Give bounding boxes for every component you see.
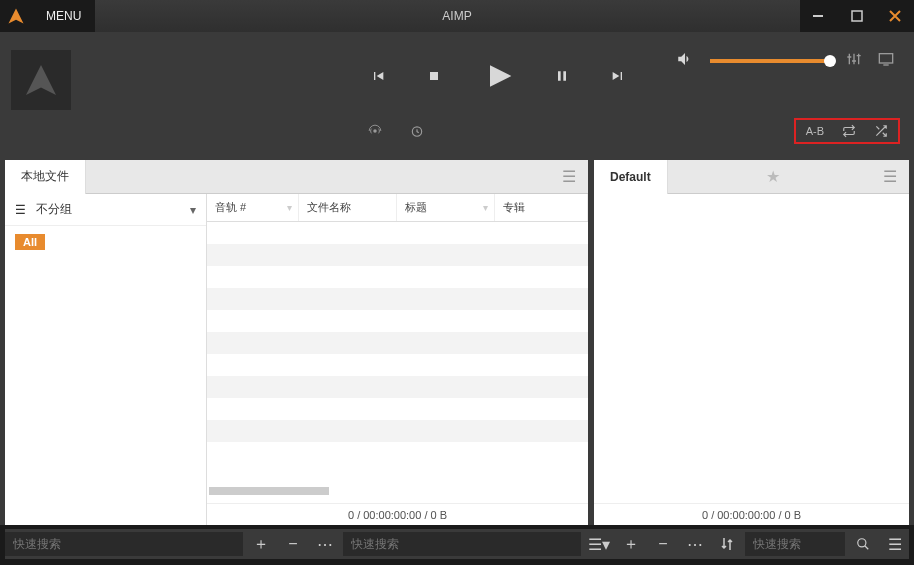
transport-controls: [370, 60, 626, 92]
volume-icon[interactable]: [676, 50, 694, 72]
radio-icon[interactable]: [368, 124, 382, 142]
list-body[interactable]: [207, 222, 588, 503]
search-input-library[interactable]: [5, 532, 243, 556]
menu-button[interactable]: MENU: [32, 0, 95, 32]
all-filter-badge[interactable]: All: [15, 234, 45, 250]
playlist-more-button[interactable]: ⋯: [681, 530, 709, 558]
repeat-button[interactable]: [842, 124, 856, 138]
svg-rect-4: [883, 64, 888, 65]
playlist-add-button[interactable]: ＋: [617, 530, 645, 558]
next-button[interactable]: [610, 68, 626, 84]
sort-button[interactable]: [713, 530, 741, 558]
playlist-tabbar: Default ★ ☰: [594, 160, 909, 194]
track-list: 音轨 #▾ 文件名称 标题▾ 专辑 0 / 00:00:00:00 / 0 B: [207, 194, 588, 525]
svg-point-5: [373, 129, 377, 133]
library-status: 0 / 00:00:00:00 / 0 B: [207, 503, 588, 525]
bottom-toolbar: ＋ − ⋯ ☰▾ ＋ − ⋯ ☰: [5, 529, 909, 559]
volume-slider[interactable]: [710, 59, 830, 63]
tab-local-files[interactable]: 本地文件: [5, 160, 86, 194]
grouping-selector[interactable]: ☰ 不分组 ▾: [5, 194, 206, 226]
app-logo-icon: [0, 0, 32, 32]
window-controls: [800, 0, 914, 32]
favorite-icon[interactable]: ★: [756, 167, 790, 186]
ab-repeat-button[interactable]: A-B: [806, 125, 824, 137]
pause-button[interactable]: [554, 68, 570, 84]
titlebar: MENU AIMP: [0, 0, 914, 32]
shuffle-button[interactable]: [874, 124, 888, 138]
more-button[interactable]: ⋯: [311, 530, 339, 558]
library-tabbar: 本地文件 ☰: [5, 160, 588, 194]
column-title[interactable]: 标题▾: [397, 194, 495, 221]
svg-rect-1: [852, 11, 862, 21]
app-title: AIMP: [442, 9, 471, 23]
close-button[interactable]: [876, 0, 914, 32]
maximize-button[interactable]: [838, 0, 876, 32]
column-album[interactable]: 专辑: [495, 194, 588, 221]
playlist-menu-icon[interactable]: ☰: [879, 167, 909, 186]
playlist-body[interactable]: [594, 194, 909, 503]
grouping-label: 不分组: [36, 201, 72, 218]
timer-icon[interactable]: [410, 124, 424, 142]
play-button[interactable]: [482, 60, 514, 92]
svg-rect-0: [813, 15, 823, 17]
album-art-placeholder: [0, 32, 82, 160]
bottom-menu-icon[interactable]: ☰: [881, 530, 909, 558]
tab-default-playlist[interactable]: Default: [594, 160, 668, 194]
player-area: A-B: [0, 32, 914, 160]
search-input-middle[interactable]: [343, 532, 581, 556]
playback-mode-highlight: A-B: [794, 118, 900, 144]
playlist-remove-button[interactable]: −: [649, 530, 677, 558]
minimize-button[interactable]: [800, 0, 838, 32]
library-sidebar: ☰ 不分组 ▾ All: [5, 194, 207, 525]
library-menu-icon[interactable]: ☰: [550, 167, 588, 186]
visualization-button[interactable]: [878, 51, 894, 71]
chevron-down-icon: ▾: [190, 203, 196, 217]
list-mode-icon[interactable]: ☰▾: [585, 530, 613, 558]
remove-button[interactable]: −: [279, 530, 307, 558]
library-panel: 本地文件 ☰ ☰ 不分组 ▾ All 音轨 #▾ 文件名称 标题▾ 专辑: [5, 160, 588, 525]
previous-button[interactable]: [370, 68, 386, 84]
column-filename[interactable]: 文件名称: [299, 194, 397, 221]
list-icon: ☰: [15, 203, 26, 217]
svg-rect-2: [430, 72, 438, 80]
list-header: 音轨 #▾ 文件名称 标题▾ 专辑: [207, 194, 588, 222]
svg-point-7: [858, 539, 866, 547]
filter-icon[interactable]: ▾: [483, 202, 488, 213]
horizontal-scrollbar[interactable]: [209, 487, 329, 495]
stop-button[interactable]: [426, 68, 442, 84]
filter-icon[interactable]: ▾: [287, 202, 292, 213]
column-track[interactable]: 音轨 #▾: [207, 194, 299, 221]
equalizer-button[interactable]: [846, 51, 862, 71]
search-input-playlist[interactable]: [745, 532, 845, 556]
playlist-panel: Default ★ ☰ 0 / 00:00:00:00 / 0 B: [594, 160, 909, 525]
main-panels: 本地文件 ☰ ☰ 不分组 ▾ All 音轨 #▾ 文件名称 标题▾ 专辑: [0, 160, 914, 525]
svg-rect-3: [879, 54, 892, 63]
add-button[interactable]: ＋: [247, 530, 275, 558]
search-icon[interactable]: [849, 530, 877, 558]
playlist-status: 0 / 00:00:00:00 / 0 B: [594, 503, 909, 525]
